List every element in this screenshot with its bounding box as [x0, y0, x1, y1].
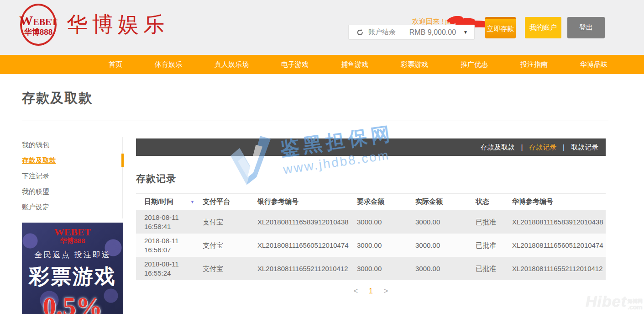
tab-deposit-withdraw[interactable]: 存款及取款 — [481, 143, 515, 152]
sidebar: 我的钱包 存款及取款 下注记录 我的联盟 账户设定 — [22, 137, 123, 218]
pagination-page-1[interactable]: 1 — [369, 287, 373, 295]
header-platform: 支付平台 — [203, 197, 257, 206]
cell-datetime: 2018-08-11 16:58:41 — [144, 213, 203, 231]
active-item-marker — [121, 154, 124, 167]
cell-actual: 3000.00 — [415, 241, 476, 250]
sidebar-item-label[interactable]: 我的钱包 — [22, 141, 49, 149]
cell-requested: 3000.00 — [357, 264, 415, 273]
header-bank-ref: 银行参考编号 — [257, 197, 357, 206]
nav-item-home[interactable]: 首页 — [109, 60, 122, 69]
banner-logo-brand: WEBET — [54, 227, 91, 237]
cell-bank-ref: XL2018081116583912010438 — [257, 218, 357, 227]
tab-separator: | — [563, 144, 565, 151]
cell-bank-ref: XL2018081116552112010412 — [257, 264, 357, 273]
cell-actual: 3000.00 — [415, 264, 476, 273]
deposit-now-button[interactable]: 立即存款 — [485, 17, 516, 38]
banner-tagline: 全民返点 投注即送 — [34, 250, 111, 260]
header-datetime[interactable]: 日期/时间 ▼ — [144, 197, 203, 206]
pagination: < 1 > — [136, 287, 606, 295]
balance-label: 账户结余 — [368, 28, 396, 37]
logo-site-name: 华博娱乐 — [67, 11, 169, 39]
nav-item-slots[interactable]: 电子游戏 — [281, 60, 309, 69]
sort-desc-icon[interactable]: ▼ — [190, 200, 194, 204]
title-divider — [22, 121, 608, 121]
cell-requested: 3000.00 — [357, 241, 415, 250]
table-header-row: 日期/时间 ▼ 支付平台 银行参考编号 要求金额 实际金额 状态 华博参考编号 — [136, 193, 606, 210]
nav-item-live-casino[interactable]: 真人娱乐场 — [215, 60, 249, 69]
cell-status: 已批准 — [476, 264, 512, 273]
cell-webet-ref: XL2018081116583912010438 — [512, 218, 606, 227]
promo-banner-lottery[interactable]: WEBET 华博888 全民返点 投注即送 彩票游戏 0.5% — [22, 223, 123, 314]
deposit-records-table: 日期/时间 ▼ 支付平台 银行参考编号 要求金额 实际金额 状态 华博参考编号 … — [136, 193, 606, 280]
logo-sub-text: 华博888 — [24, 28, 52, 36]
main-panel: 存款及取款 | 存款记录 | 取款记录 存款记录 日期/时间 ▼ 支付平台 银行… — [136, 138, 606, 295]
banner-logo-sub: 华博888 — [54, 237, 91, 244]
tab-deposit-records[interactable]: 存款记录 — [529, 143, 556, 152]
page-root: WEBET 华博888 华博娱乐 欢迎回来 ! jw 账户结余 RMB 9,00… — [0, 0, 644, 314]
cell-platform: 支付宝 — [203, 264, 257, 273]
cell-platform: 支付宝 — [203, 218, 257, 227]
balance-value: RMB 9,000.00 — [409, 28, 456, 37]
cell-status: 已批准 — [476, 218, 512, 227]
cell-datetime: 2018-08-11 16:55:24 — [144, 260, 203, 278]
table-row: 2018-08-11 16:58:41 支付宝 XL20180811165839… — [136, 210, 606, 234]
header-actual-amount: 实际金额 — [415, 197, 476, 206]
banner-rate: 0.5% — [43, 291, 103, 314]
logo-brand-text: WEBET — [19, 14, 57, 27]
sidebar-item-account-settings[interactable]: 账户设定 — [22, 199, 122, 215]
sidebar-item-label[interactable]: 我的联盟 — [22, 187, 49, 196]
sidebar-item-affiliate[interactable]: 我的联盟 — [22, 184, 122, 199]
tab-withdraw-records[interactable]: 取款记录 — [571, 143, 598, 152]
chevron-down-icon[interactable]: ▼ — [463, 30, 468, 35]
panel-tab-bar: 存款及取款 | 存款记录 | 取款记录 — [136, 138, 606, 156]
cell-bank-ref: XL2018081116560512010474 — [257, 241, 357, 250]
sidebar-item-label[interactable]: 存款及取款 — [22, 156, 56, 165]
cell-webet-ref: XL2018081116560512010474 — [512, 241, 606, 250]
cell-actual: 3000.00 — [415, 218, 476, 227]
section-title: 存款记录 — [136, 172, 606, 185]
cell-webet-ref: XL2018081116552112010412 — [512, 264, 606, 273]
table-row: 2018-08-11 16:56:07 支付宝 XL20180811165605… — [136, 234, 606, 257]
tab-separator: | — [521, 144, 523, 151]
table-row: 2018-08-11 16:55:24 支付宝 XL20180811165521… — [136, 257, 606, 280]
sidebar-item-label[interactable]: 账户设定 — [22, 203, 49, 212]
cell-datetime: 2018-08-11 16:56:07 — [144, 236, 203, 255]
main-nav-list: 首页 体育娱乐 真人娱乐场 电子游戏 捕鱼游戏 彩票游戏 推广优惠 投注指南 华… — [109, 55, 607, 74]
cell-requested: 3000.00 — [357, 218, 415, 227]
sidebar-item-label[interactable]: 下注记录 — [22, 172, 49, 181]
refresh-icon[interactable] — [356, 29, 364, 36]
nav-item-fishing[interactable]: 捕鱼游戏 — [341, 60, 368, 69]
my-account-button[interactable]: 我的账户 — [525, 17, 561, 38]
cell-status: 已批准 — [476, 241, 512, 250]
main-nav: 首页 体育娱乐 真人娱乐场 电子游戏 捕鱼游戏 彩票游戏 推广优惠 投注指南 华… — [0, 55, 644, 74]
header-requested-amount: 要求金额 — [357, 197, 415, 206]
header-webet-ref: 华博参考编号 — [512, 197, 606, 206]
banner-title: 彩票游戏 — [29, 263, 116, 290]
site-header: WEBET 华博888 华博娱乐 欢迎回来 ! jw 账户结余 RMB 9,00… — [0, 0, 644, 55]
nav-item-sports[interactable]: 体育娱乐 — [155, 60, 182, 69]
nav-item-betting-guide[interactable]: 投注指南 — [520, 60, 548, 69]
nav-item-webet-style[interactable]: 华博品味 — [580, 60, 607, 69]
sidebar-item-wallet[interactable]: 我的钱包 — [22, 137, 122, 153]
logo-circle: WEBET 华博888 — [20, 4, 57, 46]
page-title: 存款及取款 — [22, 89, 93, 107]
sidebar-item-bet-records[interactable]: 下注记录 — [22, 168, 122, 184]
site-logo[interactable]: WEBET 华博888 华博娱乐 — [20, 4, 169, 46]
cell-platform: 支付宝 — [203, 241, 257, 250]
pagination-next[interactable]: > — [384, 287, 388, 295]
nav-item-promotions[interactable]: 推广优惠 — [461, 60, 488, 69]
logout-button[interactable]: 登出 — [567, 17, 605, 38]
balance-widget[interactable]: 账户结余 RMB 9,000.00 ▼ — [348, 25, 475, 40]
pagination-prev[interactable]: < — [354, 287, 358, 295]
nav-item-lottery[interactable]: 彩票游戏 — [401, 60, 428, 69]
banner-logo: WEBET 华博888 — [54, 227, 91, 244]
header-status: 状态 — [476, 197, 512, 206]
sidebar-item-deposit-withdraw[interactable]: 存款及取款 — [22, 153, 122, 168]
